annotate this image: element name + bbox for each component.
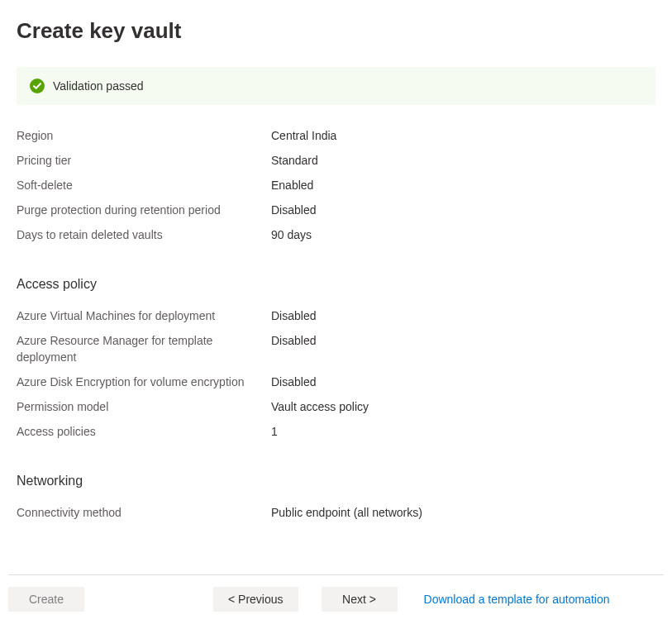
- summary-value: Vault access policy: [271, 398, 369, 415]
- summary-label: Pricing tier: [17, 152, 271, 169]
- summary-value: Disabled: [271, 307, 316, 324]
- summary-label: Permission model: [17, 398, 271, 415]
- summary-row: Azure Resource Manager for template depl…: [17, 328, 655, 369]
- summary-row: Purge protection during retention period…: [17, 198, 655, 222]
- networking-header: Networking: [17, 474, 655, 488]
- summary-value: Enabled: [271, 177, 313, 193]
- summary-value: Public endpoint (all networks): [271, 504, 422, 521]
- summary-value: Disabled: [271, 374, 316, 390]
- check-circle-icon: [30, 79, 45, 93]
- summary-value: Disabled: [271, 202, 316, 218]
- summary-label: Access policies: [17, 423, 271, 440]
- summary-row: Region Central India: [17, 123, 655, 148]
- next-button[interactable]: Next >: [322, 587, 398, 612]
- networking-section: Connectivity method Public endpoint (all…: [17, 500, 655, 525]
- summary-row: Permission model Vault access policy: [17, 394, 655, 419]
- access-policy-header: Access policy: [17, 277, 655, 292]
- basics-section: Region Central India Pricing tier Standa…: [17, 123, 655, 247]
- summary-label: Days to retain deleted vaults: [17, 226, 271, 243]
- summary-value: 90 days: [271, 226, 312, 243]
- validation-banner: Validation passed: [17, 67, 655, 105]
- page-title: Create key vault: [17, 18, 655, 44]
- summary-value: Standard: [271, 152, 318, 169]
- validation-message: Validation passed: [53, 79, 143, 93]
- summary-label: Purge protection during retention period: [17, 202, 271, 218]
- summary-label: Azure Disk Encryption for volume encrypt…: [17, 374, 271, 390]
- footer-bar: Create < Previous Next > Download a temp…: [8, 574, 664, 623]
- access-policy-section: Azure Virtual Machines for deployment Di…: [17, 303, 655, 444]
- download-template-link[interactable]: Download a template for automation: [424, 593, 610, 606]
- summary-value: 1: [271, 423, 278, 440]
- previous-button[interactable]: < Previous: [213, 587, 298, 612]
- summary-row: Connectivity method Public endpoint (all…: [17, 500, 655, 525]
- summary-row: Access policies 1: [17, 419, 655, 444]
- summary-label: Connectivity method: [17, 504, 271, 521]
- summary-label: Azure Resource Manager for template depl…: [17, 332, 271, 365]
- summary-label: Azure Virtual Machines for deployment: [17, 307, 271, 324]
- summary-value: Central India: [271, 127, 336, 144]
- summary-row: Soft-delete Enabled: [17, 173, 655, 198]
- summary-row: Azure Virtual Machines for deployment Di…: [17, 303, 655, 328]
- create-button[interactable]: Create: [8, 587, 84, 612]
- summary-label: Soft-delete: [17, 177, 271, 193]
- summary-row: Azure Disk Encryption for volume encrypt…: [17, 369, 655, 394]
- summary-row: Days to retain deleted vaults 90 days: [17, 222, 655, 247]
- summary-row: Pricing tier Standard: [17, 148, 655, 173]
- summary-label: Region: [17, 127, 271, 144]
- summary-value: Disabled: [271, 332, 316, 349]
